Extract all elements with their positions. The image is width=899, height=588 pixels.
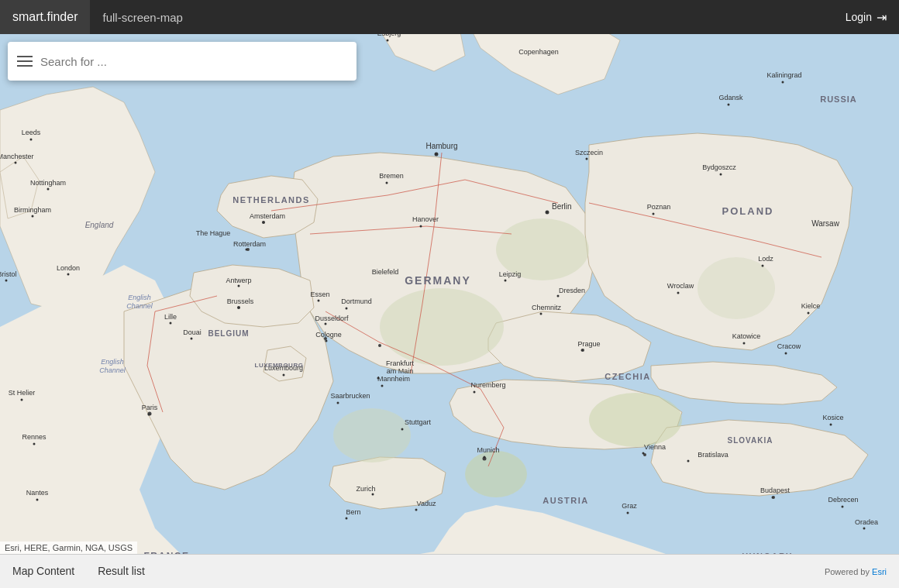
svg-text:Bremen: Bremen bbox=[379, 172, 404, 180]
svg-text:Dusseldorf: Dusseldorf bbox=[315, 315, 349, 322]
svg-point-156 bbox=[387, 40, 389, 42]
svg-text:Channel: Channel bbox=[99, 366, 126, 374]
svg-text:AUSTRIA: AUSTRIA bbox=[542, 496, 588, 505]
map-container[interactable]: GERMANY NETHERLANDS BELGIUM LUXEMBOURG P… bbox=[0, 34, 899, 554]
svg-text:Paris: Paris bbox=[142, 404, 158, 411]
svg-point-158 bbox=[30, 139, 33, 141]
svg-point-128 bbox=[653, 213, 655, 215]
login-label: Login bbox=[846, 11, 872, 23]
svg-text:Prague: Prague bbox=[577, 340, 600, 348]
svg-point-102 bbox=[642, 452, 645, 455]
result-list-tab[interactable]: Result list bbox=[98, 562, 145, 582]
svg-point-142 bbox=[808, 312, 810, 315]
svg-text:Hamburg: Hamburg bbox=[425, 142, 457, 150]
svg-text:RUSSIA: RUSSIA bbox=[820, 95, 857, 104]
svg-text:BELGIUM: BELGIUM bbox=[208, 329, 249, 338]
svg-text:Frankfurt: Frankfurt bbox=[386, 359, 415, 367]
svg-text:Lodz: Lodz bbox=[758, 255, 773, 263]
svg-text:Manchester: Manchester bbox=[0, 153, 34, 160]
svg-point-61 bbox=[263, 222, 265, 224]
esri-credit: Powered by Esri bbox=[825, 567, 887, 576]
svg-point-108 bbox=[337, 402, 339, 404]
svg-text:Channel: Channel bbox=[126, 302, 153, 310]
svg-text:Graz: Graz bbox=[622, 502, 637, 510]
svg-point-134 bbox=[728, 104, 730, 106]
svg-point-170 bbox=[5, 280, 8, 282]
svg-text:Nottingham: Nottingham bbox=[30, 179, 66, 187]
svg-point-92 bbox=[381, 385, 384, 387]
svg-text:Wroclaw: Wroclaw bbox=[667, 282, 694, 290]
svg-text:Lille: Lille bbox=[164, 313, 177, 321]
svg-text:Munich: Munich bbox=[477, 446, 499, 454]
svg-point-146 bbox=[842, 506, 844, 508]
svg-point-150 bbox=[863, 528, 866, 530]
svg-point-83 bbox=[505, 280, 507, 282]
svg-point-154 bbox=[782, 81, 784, 84]
svg-point-94 bbox=[474, 391, 476, 394]
svg-point-63 bbox=[246, 249, 248, 251]
svg-point-112 bbox=[415, 509, 418, 511]
svg-text:Amsterdam: Amsterdam bbox=[250, 212, 285, 220]
svg-text:Chemnitz: Chemnitz bbox=[532, 304, 562, 311]
svg-text:SLOVAKIA: SLOVAKIA bbox=[728, 436, 773, 445]
footer: Map Content Result list Powered by Esri bbox=[0, 554, 899, 588]
svg-text:Cologne: Cologne bbox=[315, 331, 342, 339]
svg-text:Szczecin: Szczecin bbox=[575, 149, 603, 156]
svg-text:Bielefeld: Bielefeld bbox=[372, 268, 399, 276]
svg-point-96 bbox=[401, 428, 404, 431]
svg-point-126 bbox=[586, 158, 588, 160]
svg-point-65 bbox=[238, 307, 240, 309]
svg-point-130 bbox=[677, 292, 680, 294]
svg-point-152 bbox=[830, 424, 832, 426]
svg-point-87 bbox=[540, 313, 542, 315]
svg-text:am Main: am Main bbox=[387, 367, 414, 375]
svg-point-124 bbox=[283, 374, 285, 377]
map-attribution: Esri, HERE, Garmin, NGA, USGS bbox=[0, 542, 137, 554]
svg-point-32 bbox=[378, 344, 381, 347]
brand-logo: smart.finder bbox=[0, 0, 90, 34]
svg-text:Kosice: Kosice bbox=[822, 414, 843, 421]
svg-text:Birmingham: Birmingham bbox=[14, 206, 51, 214]
svg-text:English: English bbox=[101, 358, 124, 366]
svg-text:Nantes: Nantes bbox=[26, 489, 49, 497]
esri-link[interactable]: Esri bbox=[872, 567, 887, 576]
svg-point-144 bbox=[772, 497, 774, 499]
svg-point-67 bbox=[238, 285, 240, 287]
svg-point-164 bbox=[32, 215, 34, 218]
svg-point-114 bbox=[148, 414, 150, 416]
svg-point-75 bbox=[318, 300, 320, 302]
svg-text:Copenhagen: Copenhagen bbox=[518, 48, 559, 56]
svg-text:Kielce: Kielce bbox=[801, 302, 821, 310]
svg-text:Oradea: Oradea bbox=[855, 518, 878, 526]
menu-button[interactable] bbox=[17, 56, 33, 67]
svg-text:Leipzig: Leipzig bbox=[499, 270, 522, 278]
svg-point-148 bbox=[627, 512, 629, 514]
login-button[interactable]: Login ⇥ bbox=[833, 0, 899, 34]
svg-text:Bydgoszcz: Bydgoszcz bbox=[702, 163, 736, 171]
svg-text:Leeds: Leeds bbox=[22, 129, 41, 136]
map-content-tab[interactable]: Map Content bbox=[12, 562, 74, 582]
svg-text:Hanover: Hanover bbox=[412, 215, 439, 223]
svg-point-3 bbox=[333, 408, 411, 462]
svg-point-140 bbox=[785, 352, 787, 355]
svg-point-106 bbox=[581, 349, 584, 352]
svg-text:CZECHIA: CZECHIA bbox=[604, 372, 650, 381]
svg-point-160 bbox=[15, 162, 17, 164]
svg-text:GERMANY: GERMANY bbox=[405, 274, 471, 287]
svg-text:POLAND: POLAND bbox=[722, 205, 774, 217]
svg-text:Mannheim: Mannheim bbox=[377, 375, 410, 383]
header: smart.finder full-screen-map Login ⇥ bbox=[0, 0, 899, 34]
svg-point-69 bbox=[326, 340, 328, 342]
svg-text:Warsaw: Warsaw bbox=[811, 219, 840, 228]
search-input[interactable] bbox=[40, 55, 347, 68]
svg-point-57 bbox=[546, 211, 549, 214]
svg-text:Kaliningrad: Kaliningrad bbox=[766, 71, 801, 79]
svg-text:NETHERLANDS: NETHERLANDS bbox=[232, 195, 310, 205]
svg-text:London: London bbox=[57, 264, 80, 272]
svg-text:Rennes: Rennes bbox=[22, 433, 46, 441]
login-icon: ⇥ bbox=[877, 10, 887, 25]
svg-point-138 bbox=[743, 342, 746, 345]
svg-text:Debrecen: Debrecen bbox=[828, 496, 858, 504]
svg-text:English: English bbox=[128, 294, 151, 301]
svg-text:Vienna: Vienna bbox=[644, 443, 666, 451]
